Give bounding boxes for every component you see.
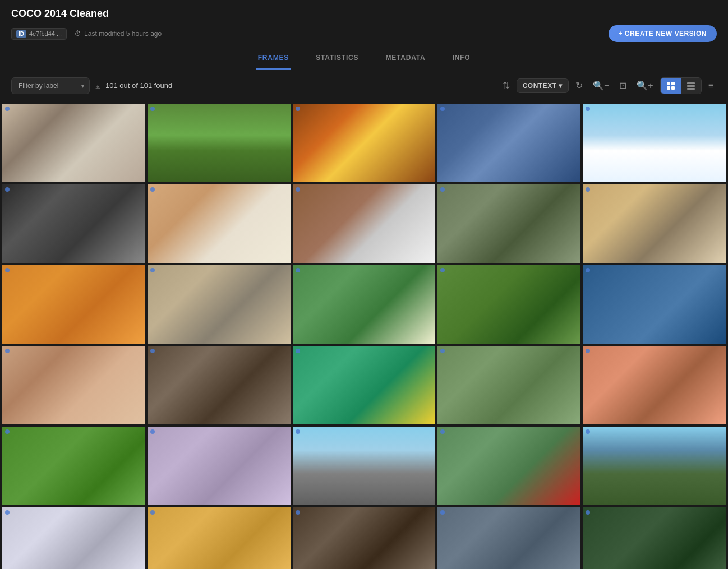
refresh-button[interactable]: ↻ bbox=[572, 77, 586, 94]
project-title: COCO 2014 Cleaned bbox=[11, 8, 717, 20]
list-item[interactable] bbox=[293, 265, 436, 344]
sort-button[interactable]: ⇅ bbox=[499, 77, 513, 94]
list-item[interactable] bbox=[2, 427, 145, 505]
tab-bar: FRAMES STATISTICS METADATA INFO bbox=[0, 47, 728, 70]
list-item[interactable] bbox=[583, 265, 726, 344]
last-modified: ⏱ Last modified 5 hours ago bbox=[75, 30, 162, 38]
list-item[interactable] bbox=[437, 184, 580, 263]
list-item[interactable] bbox=[148, 427, 291, 505]
header-left: ID 4e7fbd44 ... ⏱ Last modified 5 hours … bbox=[11, 28, 162, 40]
toolbar-right: ⇅ CONTEXT ▾ ↻ 🔍− ⊡ 🔍+ bbox=[499, 77, 717, 94]
tab-frames[interactable]: FRAMES bbox=[256, 47, 291, 70]
id-label: ID bbox=[16, 30, 26, 38]
list-item[interactable] bbox=[293, 507, 436, 569]
found-count: 101 out of 101 found bbox=[105, 81, 494, 90]
svg-rect-5 bbox=[687, 85, 695, 87]
list-item[interactable] bbox=[2, 265, 145, 344]
fit-button[interactable]: ⊡ bbox=[616, 77, 630, 94]
create-new-version-button[interactable]: + CREATE NEW VERSION bbox=[609, 25, 717, 42]
list-item[interactable] bbox=[437, 346, 580, 424]
last-modified-text: Last modified 5 hours ago bbox=[84, 30, 162, 38]
context-label: CONTEXT bbox=[523, 82, 557, 90]
id-badge[interactable]: ID 4e7fbd44 ... bbox=[11, 28, 67, 40]
more-options-button[interactable]: ≡ bbox=[705, 77, 717, 94]
list-item[interactable] bbox=[2, 184, 145, 263]
list-item[interactable] bbox=[293, 346, 436, 424]
filter-by-label-select[interactable]: Filter by label bbox=[11, 77, 90, 94]
svg-rect-1 bbox=[671, 82, 675, 85]
list-item[interactable] bbox=[148, 184, 291, 263]
list-item[interactable] bbox=[583, 184, 726, 263]
header-meta: ID 4e7fbd44 ... ⏱ Last modified 5 hours … bbox=[11, 25, 717, 42]
list-item[interactable] bbox=[583, 427, 726, 505]
list-item[interactable] bbox=[293, 427, 436, 505]
zoom-out-button[interactable]: 🔍− bbox=[589, 77, 612, 94]
list-view-button[interactable] bbox=[681, 78, 701, 94]
grid-view-button[interactable] bbox=[661, 78, 681, 94]
context-dropdown[interactable]: CONTEXT ▾ bbox=[517, 78, 569, 93]
toolbar: Filter by label ⟁ 101 out of 101 found ⇅… bbox=[0, 70, 728, 101]
filter-wrapper[interactable]: Filter by label bbox=[11, 77, 90, 94]
list-item[interactable] bbox=[583, 346, 726, 424]
list-item[interactable] bbox=[437, 427, 580, 505]
zoom-in-button[interactable]: 🔍+ bbox=[633, 77, 656, 94]
svg-rect-4 bbox=[687, 82, 695, 84]
list-item[interactable] bbox=[437, 265, 580, 344]
list-item[interactable] bbox=[293, 184, 436, 263]
list-item[interactable] bbox=[148, 507, 291, 569]
tab-metadata[interactable]: METADATA bbox=[383, 47, 427, 70]
tab-info[interactable]: INFO bbox=[450, 47, 472, 70]
id-value: 4e7fbd44 ... bbox=[29, 30, 62, 37]
list-item[interactable] bbox=[437, 507, 580, 569]
view-toggle bbox=[660, 77, 702, 94]
list-item[interactable] bbox=[437, 104, 580, 182]
list-item[interactable] bbox=[2, 507, 145, 569]
tab-statistics[interactable]: STATISTICS bbox=[314, 47, 361, 70]
list-item[interactable] bbox=[583, 104, 726, 182]
list-item[interactable] bbox=[148, 104, 291, 182]
chevron-down-icon: ▾ bbox=[559, 82, 563, 90]
list-item[interactable] bbox=[293, 104, 436, 182]
list-item[interactable] bbox=[2, 104, 145, 182]
list-item[interactable] bbox=[148, 346, 291, 424]
svg-rect-6 bbox=[687, 88, 695, 90]
svg-rect-0 bbox=[667, 82, 670, 85]
list-item[interactable] bbox=[2, 346, 145, 424]
image-grid bbox=[0, 101, 728, 569]
filter-icon[interactable]: ⟁ bbox=[95, 81, 100, 90]
list-item[interactable] bbox=[148, 265, 291, 344]
header: COCO 2014 Cleaned ID 4e7fbd44 ... ⏱ Last… bbox=[0, 0, 728, 47]
svg-rect-3 bbox=[671, 86, 675, 90]
svg-rect-2 bbox=[667, 86, 670, 90]
clock-icon: ⏱ bbox=[75, 30, 81, 38]
list-item[interactable] bbox=[583, 507, 726, 569]
